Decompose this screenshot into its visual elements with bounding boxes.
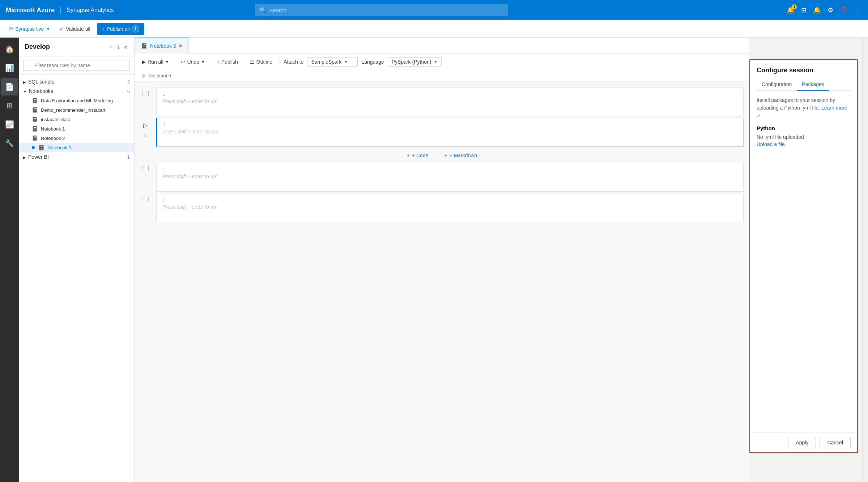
search-input[interactable]	[269, 7, 504, 13]
notebook-item-instacart-data[interactable]: 📓 instacart_data	[19, 115, 134, 124]
cancel-button[interactable]: Cancel	[820, 437, 851, 448]
python-section-title: Python	[757, 125, 851, 131]
cells-container: [ ] 1 Press shift + enter to run ▷ ∨ 1	[135, 82, 749, 482]
home-icon[interactable]: 🏠	[1, 40, 18, 58]
filter-resources-input[interactable]	[23, 60, 130, 71]
help-icon[interactable]: ❓	[840, 6, 848, 14]
notebook-item-label: instacart_data	[41, 117, 71, 122]
toolbar-divider-4	[278, 57, 278, 66]
configure-description: Install packages to your session by uplo…	[757, 97, 851, 119]
configure-tabs: Configuration Packages	[757, 78, 851, 91]
bell-icon[interactable]: 🔔 1	[787, 6, 795, 14]
cell-4-placeholder: Press shift + enter to run	[162, 204, 737, 210]
sql-scripts-chevron	[23, 79, 26, 85]
cell-4-line: 1	[162, 197, 737, 202]
notification-icon[interactable]: 🔔	[813, 6, 821, 14]
undo-label: Undo	[187, 59, 199, 65]
search-icon: 🔍	[259, 7, 266, 13]
learn-more-link[interactable]: Learn more	[821, 105, 847, 111]
cell-2-content[interactable]: 1 Press shift + enter to run	[156, 118, 744, 147]
icon-sidebar: 🏠 📊 📄 ⊞ 📈 🔧	[0, 38, 19, 482]
synapse-live-chevron: ▼	[46, 27, 50, 31]
apply-button[interactable]: Apply	[788, 437, 816, 448]
run-all-label: Run all	[148, 59, 163, 65]
monitor-icon[interactable]: 📈	[1, 116, 18, 133]
run-all-button[interactable]: ▶ Run all ▼	[139, 57, 172, 66]
status-dot	[142, 74, 145, 78]
develop-icon[interactable]: 📄	[1, 78, 18, 95]
integrate-icon[interactable]: ⊞	[1, 97, 18, 114]
cell-2-run-button[interactable]: ▷	[141, 121, 150, 129]
cell-1-content[interactable]: 1 Press shift + enter to run	[156, 88, 744, 116]
language-label: Language	[361, 59, 384, 65]
add-resource-icon[interactable]: +	[108, 43, 114, 51]
publish-all-badge: 1	[132, 25, 139, 33]
cell-4-content[interactable]: 1 Press shift + enter to run	[156, 193, 744, 222]
add-cell-row: + + Code + + Markdown	[135, 148, 749, 163]
packages-tab[interactable]: Packages	[797, 78, 829, 91]
settings-icon[interactable]: ⚙	[827, 6, 833, 14]
publish-all-button[interactable]: ↑ Publish all 1	[97, 23, 144, 35]
notebook-3-tab[interactable]: 📓 Notebook 3	[135, 38, 189, 54]
attach-to-select[interactable]: SampleSpark ▼	[307, 57, 358, 67]
cell-3: [ ] 1 Press shift + enter to run	[135, 163, 749, 192]
notebook-item-3[interactable]: 📓 Notebook 3	[19, 143, 134, 152]
outline-button[interactable]: ☰ Outline	[247, 57, 275, 66]
validate-all-label: Validate all	[66, 26, 90, 32]
develop-header: Develop + ↕ «	[19, 38, 134, 56]
toolbar-divider-3	[244, 57, 244, 66]
cell-3-content[interactable]: 1 Press shift + enter to run	[156, 163, 744, 192]
synapse-live-button[interactable]: ⟳ Synapse live ▼	[6, 25, 53, 33]
cell-3-controls: [ ]	[135, 163, 156, 192]
cell-2-controls: ▷ ∨	[135, 118, 156, 147]
search-bar[interactable]: 🔍	[255, 4, 508, 16]
develop-panel: Develop + ↕ « 🔍 SQL scripts 3	[19, 38, 135, 482]
powerbi-label: Power BI	[28, 154, 125, 160]
unsaved-dot	[32, 146, 35, 149]
configure-session-panel: Configure session Configuration Packages…	[749, 59, 858, 453]
add-markdown-icon: +	[444, 153, 447, 158]
notebook-file-icon: 📓	[32, 116, 38, 122]
sort-icon[interactable]: ↕	[116, 43, 121, 51]
powerbi-group-header[interactable]: Power BI 1	[19, 152, 134, 162]
sql-scripts-group-header[interactable]: SQL scripts 3	[19, 77, 134, 86]
publish-button[interactable]: ↑ Publish	[214, 57, 241, 66]
notebook-layout: 📓 Notebook 3 ▶ Run all ▼ ↩ Undo ▼	[135, 38, 868, 482]
filter-input-wrap: 🔍	[19, 56, 134, 75]
data-icon[interactable]: 📊	[1, 59, 18, 77]
manage-icon[interactable]: 🔧	[1, 135, 18, 152]
validate-all-button[interactable]: ✓ Validate all	[56, 25, 94, 33]
user-icon[interactable]: 👤	[854, 6, 862, 14]
grid-icon[interactable]: ⊞	[801, 6, 807, 14]
cell-2-chevron[interactable]: ∨	[141, 131, 150, 140]
main-layout: 🏠 📊 📄 ⊞ 📈 🔧 Develop + ↕ « 🔍	[0, 38, 868, 482]
notebook-icon: 📓	[141, 43, 147, 49]
sql-scripts-label: SQL scripts	[28, 79, 125, 85]
right-scrollbar[interactable]	[862, 38, 868, 482]
publish-all-icon: ↑	[102, 26, 105, 32]
notebook-status-bar: Not started	[135, 70, 749, 82]
configuration-tab[interactable]: Configuration	[757, 78, 797, 91]
secondary-toolbar: ⟳ Synapse live ▼ ✓ Validate all ↑ Publis…	[0, 20, 868, 38]
collapse-icon[interactable]: «	[123, 43, 128, 51]
notebook-item-1[interactable]: 📓 Notebook 1	[19, 124, 134, 133]
notebook-item-demo-recommender[interactable]: 📓 Demo_recommender_instacart	[19, 105, 134, 115]
cell-1-bracket: [ ]	[141, 90, 150, 96]
notebook-item-data-exploration[interactable]: 📓 Data Exploration and ML Modeling --...	[19, 96, 134, 105]
cell-4-bracket: [ ]	[141, 196, 150, 202]
notebook-item-2[interactable]: 📓 Notebook 2	[19, 133, 134, 143]
cell-2-placeholder: Press shift + enter to run	[163, 129, 737, 135]
upload-file-link[interactable]: Upload a file	[757, 141, 785, 147]
undo-button[interactable]: ↩ Undo ▼	[178, 57, 208, 66]
add-code-button[interactable]: + + Code	[403, 151, 433, 160]
tab-unsaved-dot	[179, 44, 182, 47]
notebooks-group-header[interactable]: Notebooks 6	[19, 86, 134, 96]
run-all-chevron: ▼	[165, 60, 169, 64]
notebook-item-label: Demo_recommender_instacart	[41, 107, 105, 113]
language-select[interactable]: PySpark (Python) ▼	[388, 57, 442, 67]
notebook-area: 📓 Notebook 3 ▶ Run all ▼ ↩ Undo ▼	[135, 38, 749, 482]
add-markdown-label: + Markdown	[450, 153, 477, 158]
top-navigation: Microsoft Azure | Synapse Analytics 🔍 🔔 …	[0, 0, 868, 20]
notebook-file-icon: 📓	[32, 135, 38, 141]
add-markdown-button[interactable]: + + Markdown	[440, 151, 481, 160]
